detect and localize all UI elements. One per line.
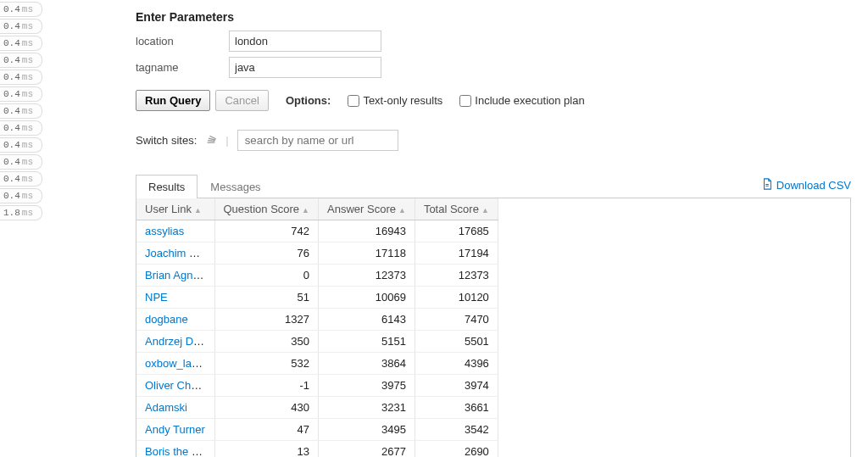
cell-question-score: 13 bbox=[214, 441, 319, 458]
sort-icon: ▲ bbox=[302, 206, 309, 215]
table-row: Boris the Sp...1326772690 bbox=[136, 441, 498, 458]
cell-answer-score: 16943 bbox=[319, 220, 415, 242]
cell-total-score: 12373 bbox=[415, 265, 498, 287]
cell-total-score: 3661 bbox=[415, 397, 498, 419]
run-query-button[interactable]: Run Query bbox=[136, 90, 210, 111]
tagname-label: tagname bbox=[136, 61, 229, 74]
table-row: Andy Turner4734953542 bbox=[136, 419, 498, 441]
timing-entry: 0.4ms bbox=[0, 19, 42, 34]
timing-entry: 0.4ms bbox=[0, 86, 42, 102]
cell-answer-score: 3864 bbox=[319, 353, 415, 375]
cell-question-score: 430 bbox=[214, 397, 319, 419]
timing-entry: 0.4ms bbox=[0, 188, 42, 203]
user-link[interactable]: dogbane bbox=[145, 313, 188, 326]
cell-question-score: 532 bbox=[214, 353, 319, 375]
tab-messages[interactable]: Messages bbox=[198, 175, 273, 198]
results-table-container[interactable]: User Link▲ Question Score▲ Answer Score▲… bbox=[136, 198, 851, 457]
user-link[interactable]: Oliver Charl... bbox=[145, 379, 212, 392]
table-row: Oliver Charl...-139753974 bbox=[136, 375, 498, 397]
options-label: Options: bbox=[286, 94, 331, 107]
cell-user: Oliver Charl... bbox=[136, 375, 214, 397]
cell-answer-score: 3975 bbox=[319, 375, 415, 397]
col-header-answer-score[interactable]: Answer Score▲ bbox=[319, 198, 415, 220]
switch-sites-search-input[interactable] bbox=[237, 130, 398, 151]
col-header-question-score[interactable]: Question Score▲ bbox=[214, 198, 319, 220]
table-row: NPE511006910120 bbox=[136, 287, 498, 309]
user-link[interactable]: Brian Agnew bbox=[145, 269, 207, 281]
cell-user: oxbow_lakes bbox=[136, 353, 214, 375]
table-row: oxbow_lakes53238644396 bbox=[136, 353, 498, 375]
cell-total-score: 4396 bbox=[415, 353, 498, 375]
text-only-checkbox[interactable] bbox=[348, 95, 359, 107]
cell-user: NPE bbox=[136, 287, 214, 309]
table-row: dogbane132761437470 bbox=[136, 309, 498, 331]
timing-entry: 0.4ms bbox=[0, 53, 42, 68]
cell-question-score: 47 bbox=[214, 419, 319, 441]
sort-icon: ▲ bbox=[194, 206, 202, 215]
cancel-button[interactable]: Cancel bbox=[215, 90, 268, 111]
user-link[interactable]: NPE bbox=[145, 291, 168, 304]
cell-user: Boris the Sp... bbox=[136, 441, 214, 458]
stack-icon[interactable] bbox=[205, 133, 217, 148]
user-link[interactable]: Adamski bbox=[145, 401, 187, 414]
cell-user: Adamski bbox=[136, 397, 214, 419]
cell-total-score: 17685 bbox=[415, 220, 498, 242]
exec-plan-label: Include execution plan bbox=[475, 94, 584, 107]
user-link[interactable]: oxbow_lakes bbox=[145, 357, 209, 370]
download-icon bbox=[761, 178, 773, 192]
cell-question-score: 1327 bbox=[214, 309, 319, 331]
exec-plan-checkbox[interactable] bbox=[459, 95, 471, 107]
cell-user: dogbane bbox=[136, 309, 214, 331]
user-link[interactable]: Boris the Sp... bbox=[145, 445, 214, 457]
table-row: Brian Agnew01237312373 bbox=[136, 265, 498, 287]
timing-entry: 0.4ms bbox=[0, 137, 42, 153]
cell-question-score: -1 bbox=[214, 375, 319, 397]
cell-user: Joachim Sa... bbox=[136, 242, 214, 265]
download-csv-label: Download CSV bbox=[776, 179, 851, 192]
timing-entry: 1.8ms bbox=[0, 205, 42, 220]
cell-user: Brian Agnew bbox=[136, 265, 214, 287]
cell-total-score: 3542 bbox=[415, 419, 498, 441]
timing-entry: 0.4ms bbox=[0, 154, 42, 170]
user-link[interactable]: Joachim Sa... bbox=[145, 247, 212, 259]
location-label: location bbox=[136, 35, 229, 47]
timing-entry: 0.4ms bbox=[0, 120, 42, 136]
user-link[interactable]: Andrzej Doyle bbox=[145, 335, 214, 348]
sort-icon: ▲ bbox=[481, 206, 489, 215]
cell-question-score: 742 bbox=[214, 220, 319, 242]
cell-total-score: 2690 bbox=[415, 441, 498, 458]
timing-entry: 0.4ms bbox=[0, 70, 42, 85]
tagname-input[interactable] bbox=[229, 57, 381, 78]
cell-total-score: 17194 bbox=[415, 242, 498, 265]
cell-question-score: 76 bbox=[214, 242, 319, 265]
cell-user: Andrzej Doyle bbox=[136, 331, 214, 353]
cell-answer-score: 5151 bbox=[319, 331, 415, 353]
cell-user: Andy Turner bbox=[136, 419, 214, 441]
cell-user: assylias bbox=[136, 220, 214, 242]
download-csv-link[interactable]: Download CSV bbox=[761, 178, 851, 192]
cell-answer-score: 3231 bbox=[319, 397, 415, 419]
table-row: Joachim Sa...761711817194 bbox=[136, 242, 498, 265]
col-header-user[interactable]: User Link▲ bbox=[136, 198, 214, 220]
cell-answer-score: 3495 bbox=[319, 419, 415, 441]
timing-entry: 0.4ms bbox=[0, 171, 42, 187]
text-only-label: Text-only results bbox=[363, 94, 442, 107]
user-link[interactable]: assylias bbox=[145, 225, 184, 237]
cell-answer-score: 2677 bbox=[319, 441, 415, 458]
cell-answer-score: 10069 bbox=[319, 287, 415, 309]
exec-plan-option[interactable]: Include execution plan bbox=[456, 92, 584, 109]
location-input[interactable] bbox=[229, 31, 381, 52]
timing-entry: 0.4ms bbox=[0, 36, 42, 51]
cell-answer-score: 17118 bbox=[319, 242, 415, 265]
table-row: Adamski43032313661 bbox=[136, 397, 498, 419]
cell-question-score: 350 bbox=[214, 331, 319, 353]
timing-entry: 0.4ms bbox=[0, 103, 42, 119]
col-header-total-score[interactable]: Total Score▲ bbox=[415, 198, 498, 220]
table-row: assylias7421694317685 bbox=[136, 220, 498, 242]
timings-sidebar: 0.4ms0.4ms0.4ms0.4ms0.4ms0.4ms0.4ms0.4ms… bbox=[0, 0, 42, 457]
text-only-option[interactable]: Text-only results bbox=[344, 92, 442, 109]
tab-results[interactable]: Results bbox=[136, 175, 198, 198]
results-table: User Link▲ Question Score▲ Answer Score▲… bbox=[136, 198, 498, 457]
user-link[interactable]: Andy Turner bbox=[145, 423, 205, 436]
cell-answer-score: 6143 bbox=[319, 309, 415, 331]
